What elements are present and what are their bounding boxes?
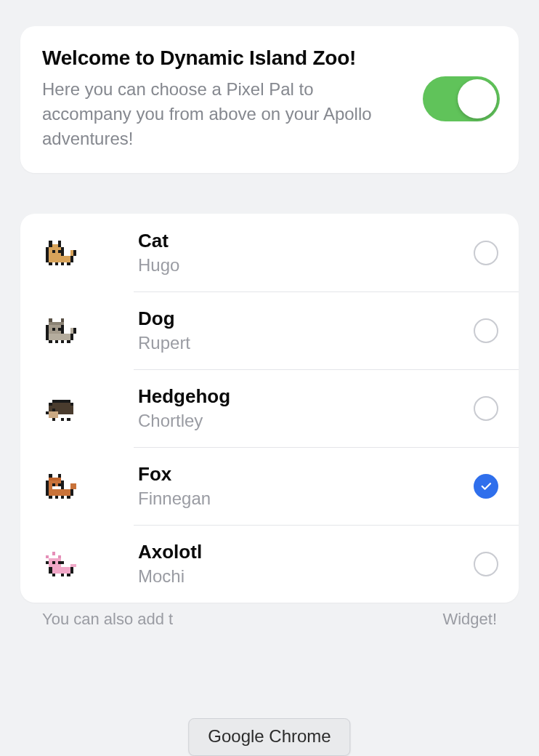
list-item-fox[interactable]: Fox Finnegan — [20, 447, 519, 525]
svg-rect-15 — [52, 250, 55, 253]
svg-rect-11 — [49, 262, 52, 265]
svg-rect-64 — [70, 483, 76, 489]
list-item-species: Dog — [138, 307, 474, 330]
svg-rect-65 — [76, 483, 79, 486]
svg-rect-57 — [49, 489, 70, 495]
svg-rect-66 — [46, 555, 49, 558]
svg-rect-60 — [49, 495, 52, 498]
svg-rect-29 — [70, 334, 73, 339]
svg-rect-48 — [49, 474, 52, 477]
svg-rect-3 — [49, 244, 52, 246]
svg-rect-68 — [58, 555, 61, 558]
fox-icon — [39, 465, 83, 508]
svg-rect-8 — [49, 256, 70, 262]
svg-rect-6 — [46, 246, 49, 256]
svg-rect-70 — [46, 561, 49, 564]
svg-rect-56 — [58, 483, 61, 486]
svg-rect-7 — [61, 246, 64, 256]
svg-rect-13 — [61, 262, 64, 265]
list-item-species: Axolotl — [138, 541, 474, 563]
select-radio[interactable] — [474, 241, 498, 265]
svg-rect-46 — [61, 417, 64, 420]
footer-hint: You can also add t Widget! — [20, 610, 519, 629]
list-item-name: Rupert — [138, 333, 474, 353]
svg-rect-79 — [67, 573, 70, 576]
list-item-species: Fox — [138, 463, 474, 486]
svg-rect-21 — [49, 321, 64, 324]
svg-rect-16 — [58, 250, 61, 253]
list-item-name: Hugo — [138, 255, 474, 276]
svg-rect-27 — [49, 334, 70, 339]
svg-rect-49 — [58, 474, 61, 477]
dog-icon — [39, 309, 83, 353]
cat-icon — [39, 231, 83, 275]
svg-rect-32 — [61, 339, 64, 342]
svg-rect-26 — [58, 328, 61, 331]
svg-rect-39 — [49, 411, 58, 417]
select-radio[interactable] — [474, 552, 498, 576]
enable-toggle[interactable] — [423, 76, 500, 121]
svg-rect-12 — [55, 262, 58, 265]
list-item-species: Cat — [138, 230, 474, 252]
svg-rect-18 — [73, 250, 76, 256]
svg-rect-14 — [67, 262, 70, 265]
select-radio[interactable] — [474, 318, 498, 343]
svg-rect-73 — [58, 561, 61, 564]
svg-rect-0 — [49, 241, 52, 244]
footer-hint-left: You can also add t — [42, 610, 173, 629]
list-item-cat[interactable]: Cat Hugo — [20, 214, 519, 291]
list-item-axolotl[interactable]: Axolotl Mochi — [20, 525, 519, 603]
svg-rect-75 — [49, 567, 52, 573]
svg-rect-67 — [52, 552, 55, 555]
svg-rect-42 — [49, 402, 52, 405]
pixel-pal-list: Cat Hugo — [20, 214, 519, 603]
svg-rect-38 — [70, 406, 73, 415]
welcome-title: Welcome to Dynamic Island Zoo! — [42, 47, 408, 70]
svg-rect-33 — [67, 339, 70, 342]
welcome-subtitle: Here you can choose a Pixel Pal to accom… — [42, 77, 376, 151]
svg-rect-40 — [46, 411, 49, 414]
svg-rect-44 — [52, 399, 70, 402]
list-item-name: Finnegan — [138, 488, 474, 509]
svg-rect-30 — [49, 339, 52, 342]
svg-rect-9 — [46, 256, 49, 262]
list-item-dog[interactable]: Dog Rupert — [20, 291, 519, 369]
svg-rect-24 — [61, 324, 64, 334]
svg-rect-76 — [70, 567, 73, 573]
svg-rect-77 — [52, 573, 55, 576]
svg-rect-43 — [70, 402, 73, 405]
svg-rect-53 — [46, 480, 49, 489]
select-radio[interactable] — [474, 396, 498, 421]
svg-rect-4 — [58, 244, 61, 246]
svg-rect-63 — [67, 495, 70, 498]
svg-rect-55 — [52, 483, 55, 486]
svg-rect-72 — [52, 561, 55, 564]
svg-rect-54 — [61, 480, 64, 489]
svg-rect-52 — [52, 486, 62, 489]
svg-rect-61 — [55, 495, 58, 498]
welcome-card: Welcome to Dynamic Island Zoo! Here you … — [20, 26, 519, 173]
svg-rect-31 — [55, 339, 58, 342]
list-item-name: Chortley — [138, 411, 474, 431]
svg-rect-41 — [52, 409, 55, 411]
svg-rect-47 — [67, 417, 70, 420]
list-item-species: Hedgehog — [138, 385, 474, 408]
select-radio[interactable] — [474, 474, 498, 499]
svg-rect-45 — [52, 417, 55, 420]
svg-rect-58 — [46, 489, 49, 495]
svg-rect-80 — [70, 564, 76, 567]
svg-rect-78 — [61, 573, 64, 576]
svg-rect-74 — [52, 567, 70, 573]
svg-rect-1 — [58, 241, 61, 244]
app-switcher-pill[interactable]: Google Chrome — [188, 718, 350, 756]
svg-rect-25 — [52, 328, 55, 331]
svg-rect-62 — [61, 495, 64, 498]
axolotl-icon — [39, 542, 83, 586]
hedgehog-icon — [39, 387, 83, 430]
toggle-knob — [458, 79, 497, 118]
svg-rect-59 — [70, 489, 73, 495]
footer-hint-right: Widget! — [442, 610, 497, 629]
svg-rect-10 — [70, 256, 73, 262]
svg-rect-71 — [61, 561, 64, 564]
list-item-hedgehog[interactable]: Hedgehog Chortley — [20, 369, 519, 447]
